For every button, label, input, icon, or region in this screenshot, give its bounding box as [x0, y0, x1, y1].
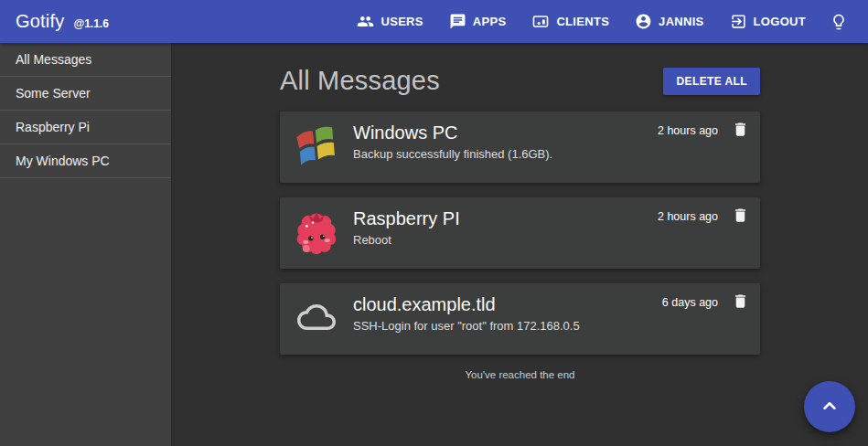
- messages-content: All Messages DELETE ALL: [280, 43, 760, 380]
- message-text: Reboot: [353, 233, 749, 247]
- nav-apps-button[interactable]: APPS: [440, 5, 516, 37]
- nav-users-label: USERS: [380, 15, 423, 28]
- delete-all-button[interactable]: DELETE ALL: [663, 68, 760, 95]
- sidebar-divider: [0, 177, 171, 178]
- account-circle-icon: [635, 13, 652, 30]
- message-title: Raspberry PI: [353, 207, 658, 230]
- message-text: SSH-Login for user "root" from 172.168.0…: [353, 319, 749, 333]
- title-row: All Messages DELETE ALL: [280, 66, 760, 96]
- trash-icon: [732, 207, 749, 227]
- message-card-windows-pc: Windows PC 2 hours ago Backup successful…: [280, 112, 760, 183]
- nav-clients-button[interactable]: CLIENTS: [522, 5, 618, 37]
- message-timestamp: 6 days ago: [662, 294, 718, 311]
- message-title: cloud.example.tld: [353, 293, 662, 316]
- message-title: Windows PC: [353, 122, 658, 144]
- delete-message-button[interactable]: [732, 121, 749, 141]
- windows-logo-icon: [294, 122, 339, 173]
- message-timestamp: 2 hours ago: [658, 208, 718, 225]
- top-navbar: Gotify @1.1.6 USERS APPS: [0, 0, 868, 43]
- cloud-icon: [293, 298, 340, 340]
- sidebar-item-all-messages[interactable]: All Messages: [0, 43, 171, 76]
- message-timestamp: 2 hours ago: [658, 122, 718, 139]
- app-version: @1.1.6: [73, 17, 108, 30]
- sidebar-item-my-windows-pc[interactable]: My Windows PC: [0, 144, 171, 177]
- brand: Gotify @1.1.6: [16, 11, 109, 32]
- page-title: All Messages: [280, 66, 440, 96]
- users-group-icon: [357, 13, 374, 30]
- sidebar-item-some-server[interactable]: Some Server: [0, 77, 171, 110]
- card-body: Windows PC 2 hours ago Backup successful…: [353, 112, 760, 183]
- sidebar-item-raspberry-pi[interactable]: Raspberry Pi: [0, 111, 171, 143]
- scroll-to-top-fab[interactable]: [804, 381, 855, 432]
- sidebar-item-label: Raspberry Pi: [16, 120, 90, 134]
- sidebar-item-label: My Windows PC: [16, 154, 110, 168]
- devices-icon: [531, 13, 550, 30]
- delete-message-button[interactable]: [732, 207, 749, 227]
- app-icon-box: [280, 122, 353, 173]
- chevron-up-icon: [818, 394, 841, 420]
- lightbulb-icon: [830, 13, 848, 31]
- trash-icon: [732, 292, 749, 313]
- gotify-app: Gotify @1.1.6 USERS APPS: [0, 0, 868, 446]
- card-body: cloud.example.tld 6 days ago SSH-Login f…: [353, 283, 760, 355]
- chat-icon: [449, 13, 466, 30]
- nav-logout-label: LOGOUT: [754, 15, 806, 28]
- navbar-actions: USERS APPS CLIENTS: [348, 5, 855, 38]
- sidebar-item-label: All Messages: [16, 52, 91, 67]
- message-card-cloud-example-tld: cloud.example.tld 6 days ago SSH-Login f…: [280, 283, 760, 355]
- sidebar-item-label: Some Server: [16, 86, 91, 101]
- nav-user-label: JANNIS: [659, 15, 703, 28]
- main-area: All Messages DELETE ALL: [172, 43, 868, 446]
- end-of-list-text: You've reached the end: [280, 369, 760, 380]
- message-card-raspberry-pi: Raspberry PI 2 hours ago Reboot: [280, 197, 760, 269]
- body-row: All Messages Some Server Raspberry Pi My…: [0, 43, 868, 446]
- nav-apps-label: APPS: [473, 15, 507, 28]
- trash-icon: [732, 121, 749, 141]
- nav-clients-label: CLIENTS: [556, 15, 609, 28]
- app-title: Gotify: [16, 11, 64, 32]
- sidebar: All Messages Some Server Raspberry Pi My…: [0, 43, 172, 446]
- app-icon-box: [280, 206, 353, 260]
- raspberry-logo-icon: [291, 206, 342, 260]
- nav-current-user-button[interactable]: JANNIS: [626, 5, 713, 37]
- nav-logout-button[interactable]: LOGOUT: [721, 5, 815, 37]
- theme-toggle-button[interactable]: [822, 5, 855, 38]
- app-icon-box: [280, 298, 353, 340]
- message-text: Backup successfully finished (1.6GB).: [353, 147, 749, 161]
- delete-message-button[interactable]: [732, 292, 749, 313]
- card-body: Raspberry PI 2 hours ago Reboot: [353, 197, 760, 269]
- logout-icon: [730, 13, 747, 30]
- nav-users-button[interactable]: USERS: [348, 5, 432, 37]
